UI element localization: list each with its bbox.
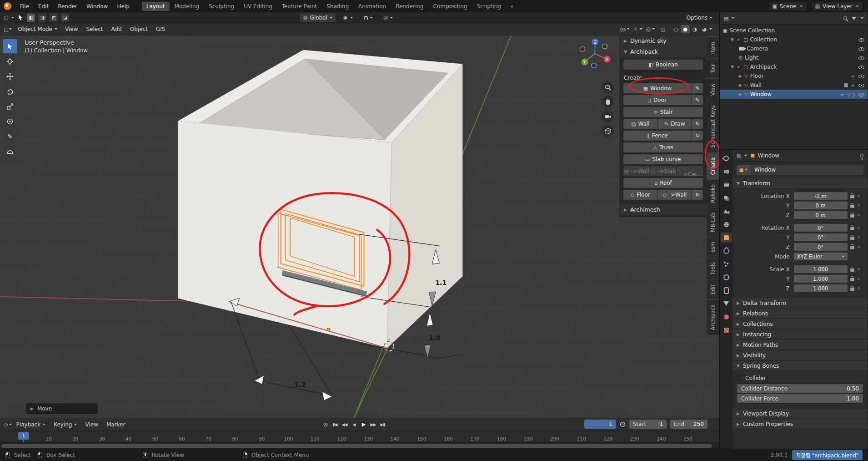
jump-to-start-button[interactable]: ▮◀ <box>331 420 339 429</box>
floor-to-wall-button[interactable]: ◇ ->Wall <box>658 190 692 200</box>
create-floor-button[interactable]: ◇ Floor <box>623 190 657 200</box>
filter-icon[interactable] <box>852 17 856 20</box>
add-workspace-button[interactable]: + <box>506 2 518 11</box>
hide-eye-icon[interactable] <box>858 82 864 88</box>
editor-type-icon[interactable]: ◷ <box>4 421 8 427</box>
location-x-field[interactable]: -1 m <box>794 192 848 200</box>
fence-reload-button[interactable]: ↻ <box>692 131 703 141</box>
panel-visibility[interactable]: ▶Visibility <box>733 350 868 360</box>
gizmo-neg-x-axis[interactable] <box>580 47 585 52</box>
properties-tab-physics[interactable] <box>721 272 732 282</box>
lock-icon[interactable] <box>850 205 854 208</box>
tool-transform[interactable] <box>3 114 17 128</box>
hide-eye-icon[interactable] <box>858 46 864 52</box>
workspace-animation[interactable]: Animation <box>354 2 391 11</box>
hide-eye-icon[interactable] <box>858 64 864 70</box>
properties-tab-particles[interactable] <box>721 259 732 269</box>
menu-add[interactable]: Add <box>108 25 125 34</box>
sidebar-tab-view[interactable]: View <box>707 79 719 100</box>
sidebar-tab-mblab[interactable]: MB-Lab <box>707 208 719 237</box>
last-operator-panel[interactable]: ▶ Move <box>26 403 98 414</box>
scale-x-field[interactable]: 1.000 <box>794 265 848 273</box>
tool-cursor[interactable] <box>3 54 17 68</box>
workspace-rendering[interactable]: Rendering <box>391 2 428 11</box>
create-truss-button[interactable]: △ Truss <box>623 142 703 152</box>
menu-object[interactable]: Object <box>126 25 151 34</box>
outliner-row-collection[interactable]: ▼ ✓ □ Collection <box>720 35 868 44</box>
menu-select[interactable]: Select <box>82 25 106 34</box>
lock-icon[interactable] <box>850 268 854 272</box>
properties-tab-object[interactable] <box>721 233 732 243</box>
perspective-toggle-button[interactable] <box>602 125 614 137</box>
properties-tab-world[interactable] <box>721 219 732 229</box>
sidebar-tab-screencast-keys[interactable]: Screencast Keys <box>707 101 719 152</box>
animate-dot-icon[interactable] <box>858 287 860 289</box>
lock-icon[interactable] <box>850 288 854 291</box>
lock-icon[interactable] <box>850 214 854 218</box>
location-z-field[interactable]: 0 m <box>794 211 848 219</box>
lock-icon[interactable] <box>850 237 854 240</box>
properties-tab-scene[interactable] <box>721 206 732 216</box>
scale-z-field[interactable]: 1.000 <box>794 284 848 292</box>
sidebar-tab-create[interactable]: Create <box>707 153 719 179</box>
to-slab-button[interactable]: ▭ ->Slab <box>650 166 677 176</box>
play-button[interactable]: ▶ <box>359 420 368 429</box>
location-y-field[interactable]: 0 m <box>794 202 848 209</box>
animate-dot-icon[interactable] <box>858 246 860 248</box>
lock-icon[interactable] <box>850 278 854 281</box>
shading-wireframe-icon[interactable]: ○ <box>671 25 680 33</box>
wall-reload-button[interactable]: ↻ <box>692 119 703 129</box>
properties-tab-tool[interactable] <box>721 153 732 163</box>
panel-motion-paths[interactable]: ▶Motion Paths <box>733 339 868 350</box>
collider-checkbox[interactable] <box>737 375 742 380</box>
disclosure-icon[interactable]: ▼ <box>731 65 734 69</box>
lock-icon[interactable] <box>850 227 854 230</box>
menu-marker[interactable]: Marker <box>103 420 129 429</box>
properties-tab-output[interactable] <box>721 180 732 190</box>
outliner-row-archipack[interactable]: ▼ ✓ □ Archipack <box>720 62 868 71</box>
object-name-field[interactable]: Window <box>750 165 863 175</box>
sidebar-tab-archipack[interactable]: Archipack <box>707 300 719 334</box>
collider-distance-field[interactable]: Collider Distance 0.50 <box>737 384 863 393</box>
chevron-down-icon[interactable] <box>709 28 712 30</box>
chevron-down-icon[interactable] <box>9 424 12 426</box>
outliner-row-window[interactable]: ▶ ▽ Window ≈ ▽ 3 <box>720 90 868 99</box>
disclosure-icon[interactable]: ▼ <box>731 37 734 42</box>
collection-checkbox[interactable]: ✓ <box>736 37 741 42</box>
disclosure-icon[interactable]: ▶ <box>739 83 742 87</box>
pan-button[interactable] <box>602 96 614 108</box>
editor-type-icon[interactable]: ◱ <box>4 26 8 32</box>
shading-solid-icon[interactable]: ● <box>681 25 690 33</box>
visibility-dropdown[interactable] <box>619 26 630 32</box>
menu-help[interactable]: Help <box>113 2 133 11</box>
outliner-row-wall[interactable]: ▶ ▽ Wall ≈ <box>720 81 868 90</box>
start-frame-field[interactable]: Start 1 <box>629 420 667 429</box>
shading-rendered-icon[interactable]: ◕ <box>700 25 709 33</box>
tool-measure[interactable] <box>3 144 17 158</box>
editor-type-icon[interactable]: ◱ <box>4 15 8 20</box>
hide-eye-icon[interactable] <box>858 73 864 79</box>
workspace-layout[interactable]: Layout <box>142 2 170 11</box>
animate-dot-icon[interactable] <box>858 236 860 238</box>
animate-dot-icon[interactable] <box>858 278 860 280</box>
scene-selector[interactable]: ▣ Scene × <box>769 2 806 10</box>
disclosure-icon[interactable]: ▶ <box>739 92 742 96</box>
outliner-row-scene-collection[interactable]: ▣ Scene Collection <box>720 26 868 35</box>
blender-logo[interactable] <box>4 2 11 10</box>
lock-icon[interactable] <box>850 195 854 198</box>
panel-spring-bones[interactable]: ▼ Spring Bones <box>733 360 868 371</box>
rotation-z-field[interactable]: 0° <box>794 243 848 251</box>
workspace-modeling[interactable]: Modeling <box>170 2 204 11</box>
next-keyframe-button[interactable]: ▶▶ <box>369 420 377 429</box>
timeline-scrollbar[interactable] <box>1 444 712 448</box>
play-reverse-button[interactable]: ◀ <box>350 420 358 429</box>
create-slab-curve-button[interactable]: ▭ Slab curve <box>623 154 703 164</box>
menu-edit[interactable]: Edit <box>34 2 53 11</box>
panel-relations[interactable]: ▶Relations <box>733 308 868 319</box>
view-layer-unlink-icon[interactable]: × <box>855 3 859 9</box>
create-wall-button[interactable]: ▤ Wall <box>623 119 657 129</box>
menu-view[interactable]: View <box>61 25 81 34</box>
floor-reload-button[interactable]: ↻ <box>692 190 703 200</box>
3d-viewport[interactable]: 1.1 1.0 1.2 User Perspective (1) Collect… <box>0 35 719 418</box>
hide-eye-icon[interactable] <box>858 91 864 97</box>
